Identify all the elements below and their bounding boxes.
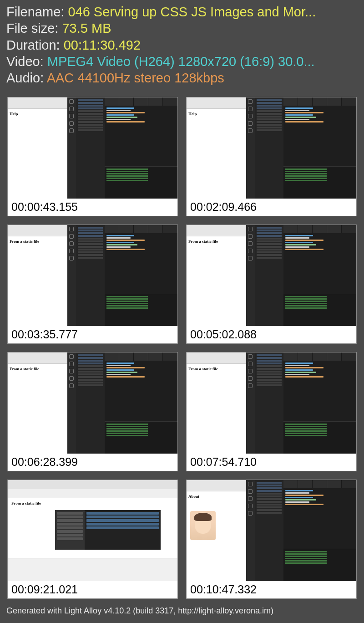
thumbnail-image: Help <box>8 97 177 199</box>
file-tree-item <box>78 373 103 375</box>
finder-file-item <box>86 523 159 526</box>
generator-footer: Generated with Light Alloy v4.10.2 (buil… <box>0 603 364 619</box>
file-tree-item <box>257 238 282 240</box>
file-info-header: Filename: 046 Serving up CSS JS Images a… <box>0 0 364 92</box>
vscode-tabs <box>283 97 356 106</box>
filesize-label: File size: <box>6 21 62 36</box>
browser-page-heading: From a static file <box>10 367 66 371</box>
finder-sidebar-item <box>57 523 83 526</box>
vscode-editor-group <box>105 225 177 326</box>
vscode-window <box>246 480 356 581</box>
thumbnail-cell[interactable]: From a static file <box>7 352 178 471</box>
code-line <box>285 499 316 500</box>
git-icon <box>248 241 253 246</box>
terminal-line <box>106 180 148 181</box>
editor-tab <box>327 480 342 488</box>
code-line <box>285 495 324 496</box>
terminal-line <box>106 298 148 300</box>
file-tree-item <box>78 254 103 256</box>
file-tree-item <box>257 512 282 514</box>
code-line <box>106 110 131 111</box>
vscode-explorer <box>255 225 283 326</box>
code-line <box>285 374 309 375</box>
editor-tab <box>298 480 313 488</box>
file-tree-item <box>257 107 282 109</box>
thumbnail-cell[interactable]: Help <box>186 97 357 216</box>
file-tree-item <box>257 110 282 112</box>
code-line <box>106 249 145 250</box>
editor-tab <box>105 225 119 233</box>
vscode-activity-bar <box>246 225 255 326</box>
git-icon <box>69 114 74 118</box>
vscode-editor <box>283 106 356 166</box>
file-tree-item <box>257 371 282 373</box>
finder-sidebar <box>55 510 85 550</box>
code-line <box>106 119 131 120</box>
terminal-line <box>285 430 327 432</box>
file-tree-item <box>257 368 282 370</box>
thumbnail-cell[interactable]: About <box>186 480 357 599</box>
code-line <box>285 367 324 368</box>
terminal-line <box>285 303 327 304</box>
browser-tab-bar <box>8 225 67 236</box>
editor-tab <box>148 225 163 233</box>
code-line <box>106 242 134 243</box>
thumbnail-image: From a static file <box>187 225 356 326</box>
file-tree-item <box>257 232 282 234</box>
vscode-editor <box>283 361 356 421</box>
debug-icon <box>248 376 253 381</box>
code-line <box>285 235 313 236</box>
terminal-line <box>285 171 327 172</box>
file-tree-item <box>78 235 103 237</box>
extensions-icon <box>248 256 253 260</box>
file-tree-item <box>257 495 282 497</box>
code-line <box>285 376 324 378</box>
code-line <box>106 372 137 373</box>
explorer-icon <box>69 354 74 359</box>
thumbnail-timestamp: 00:07:54.710 <box>187 454 356 471</box>
terminal-line <box>106 430 148 432</box>
extensions-icon <box>69 256 74 260</box>
thumbnail-cell[interactable]: Help <box>7 97 178 216</box>
browser-tab-bar <box>8 97 67 108</box>
filename-value: 046 Serving up CSS JS Images and Mor... <box>68 5 316 19</box>
file-tree-item <box>257 240 282 242</box>
vscode-editor <box>105 106 177 166</box>
file-tree-item <box>257 227 282 229</box>
thumbnail-cell[interactable]: From a static file 00:09:21.021 <box>7 480 178 599</box>
thumbnail-cell[interactable]: From a static file <box>186 352 357 471</box>
browser-address-bar <box>8 489 177 498</box>
editor-tab <box>327 97 342 106</box>
thumbnail-cell[interactable]: From a static file <box>186 225 357 344</box>
editor-tab <box>283 352 298 361</box>
terminal-line <box>106 303 148 304</box>
file-tree-item <box>78 371 103 373</box>
code-line <box>285 112 324 113</box>
finder-file-item <box>86 516 159 518</box>
thumbnail-cell[interactable]: From a static file <box>7 225 178 344</box>
finder-sidebar-item <box>57 516 83 518</box>
terminal-line <box>285 307 327 309</box>
thumbnail-grid: Help <box>0 92 364 603</box>
file-tree-item <box>257 121 282 123</box>
file-tree-item <box>78 257 103 259</box>
vscode-activity-bar <box>67 352 76 454</box>
code-line <box>285 363 313 364</box>
file-tree-item <box>257 482 282 484</box>
file-tree-item <box>257 235 282 237</box>
terminal-line <box>285 428 327 429</box>
extensions-icon <box>69 383 74 388</box>
code-line <box>106 112 145 113</box>
file-tree-item <box>257 501 282 503</box>
vscode-tabs <box>283 480 356 488</box>
file-tree-item <box>78 368 103 370</box>
file-tree-item <box>257 506 282 508</box>
thumbnail-image: Help <box>187 97 356 199</box>
file-tree-item <box>78 382 103 383</box>
file-tree-item <box>78 376 103 378</box>
file-tree-item <box>257 509 282 511</box>
file-tree-item <box>257 102 282 104</box>
vscode-activity-bar <box>246 480 255 581</box>
code-line <box>106 369 134 371</box>
file-tree-item <box>78 110 103 112</box>
